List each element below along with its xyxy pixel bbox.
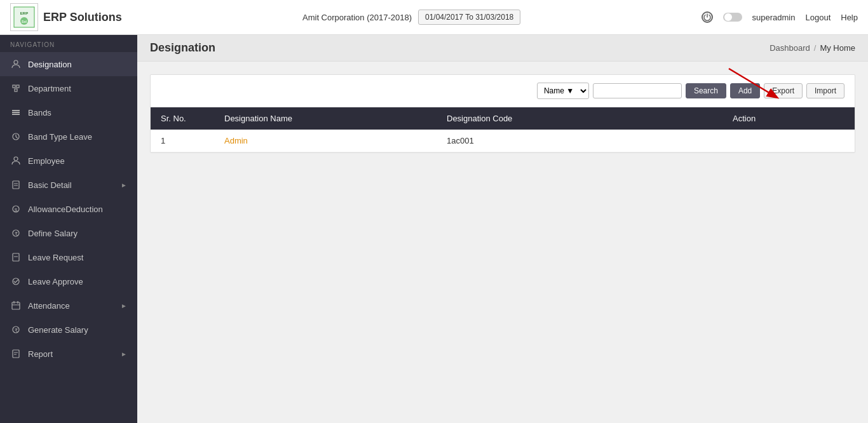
col-action: Action (722, 107, 855, 130)
svg-text:ERP: ERP (20, 11, 28, 15)
logout-button[interactable]: Logout (805, 13, 831, 22)
cell-designation-name[interactable]: Admin (214, 130, 437, 152)
sidebar-item-label: Department (28, 84, 71, 93)
top-header: ERP Sol ERP Solutions Amit Corporation (… (0, 0, 868, 35)
sidebar-item-label: Attendance (28, 301, 70, 311)
col-designation-code: Designation Code (437, 107, 722, 130)
sidebar-item-bands[interactable]: Bands (0, 100, 137, 124)
sidebar-item-report[interactable]: Report ► (0, 342, 137, 366)
department-icon (10, 83, 22, 94)
sidebar-item-label: Designation (28, 60, 72, 69)
sidebar-item-label: Define Salary (28, 229, 78, 238)
sidebar-item-band-type-leave[interactable]: Band Type Leave (0, 124, 137, 149)
page-title: Designation (150, 41, 215, 55)
breadcrumb: Dashboard / My Home (770, 43, 855, 53)
svg-text:Sol: Sol (22, 20, 27, 24)
sidebar-item-label: Employee (28, 156, 65, 166)
svg-point-12 (14, 157, 18, 161)
allowance-icon: $ (10, 203, 22, 215)
band-type-leave-icon (10, 131, 22, 142)
leave-approve-icon (10, 276, 22, 287)
svg-rect-8 (12, 110, 20, 111)
logo-area: ERP Sol ERP Solutions (10, 3, 122, 31)
toggle-switch[interactable] (723, 13, 742, 22)
chevron-right-icon: ► (121, 351, 127, 358)
designation-table: Sr. No. Designation Name Designation Cod… (151, 107, 855, 152)
table-toolbar: Name ▼ Search Add Export Import (151, 75, 855, 107)
leave-request-icon (10, 252, 22, 263)
app-title: ERP Solutions (43, 11, 122, 24)
content-area: Designation Dashboard / My Home (137, 35, 868, 423)
sidebar-item-label: Leave Approve (28, 277, 83, 286)
sidebar-item-define-salary[interactable]: ₹ Define Salary (0, 221, 137, 245)
cell-designation-code: 1ac001 (437, 130, 722, 152)
svg-rect-7 (15, 89, 17, 91)
sidebar-item-generate-salary[interactable]: ₹ Generate Salary (0, 318, 137, 342)
svg-point-4 (14, 60, 18, 64)
svg-rect-29 (13, 350, 19, 358)
power-icon[interactable] (702, 11, 713, 23)
search-input[interactable] (593, 83, 682, 98)
breadcrumb-dashboard[interactable]: Dashboard (770, 43, 810, 53)
chevron-right-icon: ► (121, 182, 127, 189)
svg-rect-23 (12, 302, 20, 309)
chevron-right-icon: ► (121, 302, 127, 309)
sidebar-item-label: Report (28, 349, 53, 359)
svg-text:₹: ₹ (15, 328, 18, 333)
cell-action (722, 130, 855, 152)
search-filter-select[interactable]: Name ▼ (537, 83, 589, 99)
employee-icon (10, 155, 22, 166)
sidebar-item-leave-request[interactable]: Leave Request (0, 245, 137, 269)
sidebar-item-allowance-deduction[interactable]: $ AllowanceDeduction (0, 197, 137, 221)
right-header: superadmin Logout Help (702, 11, 858, 23)
import-button[interactable]: Import (806, 83, 844, 98)
define-salary-icon: ₹ (10, 227, 22, 239)
help-button[interactable]: Help (841, 13, 858, 22)
table-header: Sr. No. Designation Name Designation Cod… (151, 107, 855, 130)
sidebar-item-label: Leave Request (28, 253, 83, 262)
svg-rect-13 (13, 181, 19, 189)
breadcrumb-bar: Designation Dashboard / My Home (137, 35, 868, 62)
corp-area: Amit Corporation (2017-2018) 01/04/2017 … (302, 10, 520, 25)
breadcrumb-current: My Home (820, 43, 855, 53)
sidebar-item-basic-detail[interactable]: Basic Detail ► (0, 173, 137, 197)
svg-text:₹: ₹ (15, 231, 18, 237)
svg-rect-5 (13, 85, 15, 88)
export-button[interactable]: Export (764, 83, 803, 98)
sidebar-item-label: Generate Salary (28, 325, 88, 335)
attendance-icon (10, 300, 22, 311)
cell-sr-no: 1 (151, 130, 214, 152)
sidebar-item-label: Band Type Leave (28, 132, 92, 142)
company-name: Amit Corporation (2017-2018) (302, 13, 412, 22)
sidebar-item-label: Basic Detail (28, 180, 72, 190)
svg-rect-10 (12, 114, 20, 115)
designation-icon (10, 58, 22, 70)
col-sr-no: Sr. No. (151, 107, 214, 130)
report-icon (10, 348, 22, 359)
basic-detail-icon (10, 179, 22, 191)
sidebar: NAVIGATION Designation Department Bands … (0, 35, 137, 423)
sidebar-item-employee[interactable]: Employee (0, 149, 137, 173)
table-row: 1 Admin 1ac001 (151, 130, 855, 152)
generate-salary-icon: ₹ (10, 324, 22, 335)
nav-label: NAVIGATION (0, 35, 137, 52)
sidebar-item-attendance[interactable]: Attendance ► (0, 293, 137, 318)
col-designation-name: Designation Name (214, 107, 437, 130)
sidebar-item-label: Bands (28, 108, 51, 117)
breadcrumb-separator: / (814, 43, 817, 53)
table-panel: Name ▼ Search Add Export Import Sr. No. … (150, 74, 855, 153)
svg-rect-6 (17, 85, 19, 88)
svg-rect-9 (12, 112, 20, 113)
search-button[interactable]: Search (686, 83, 726, 98)
sidebar-item-designation[interactable]: Designation (0, 52, 137, 76)
table-body: 1 Admin 1ac001 (151, 130, 855, 152)
app-logo: ERP Sol (10, 3, 38, 31)
main-layout: NAVIGATION Designation Department Bands … (0, 35, 868, 423)
user-toggle (723, 13, 742, 22)
date-range: 01/04/2017 To 31/03/2018 (418, 10, 520, 25)
sidebar-item-leave-approve[interactable]: Leave Approve (0, 269, 137, 293)
add-button[interactable]: Add (730, 83, 760, 98)
username: superadmin (752, 13, 796, 22)
bands-icon (10, 107, 22, 118)
sidebar-item-department[interactable]: Department (0, 76, 137, 100)
